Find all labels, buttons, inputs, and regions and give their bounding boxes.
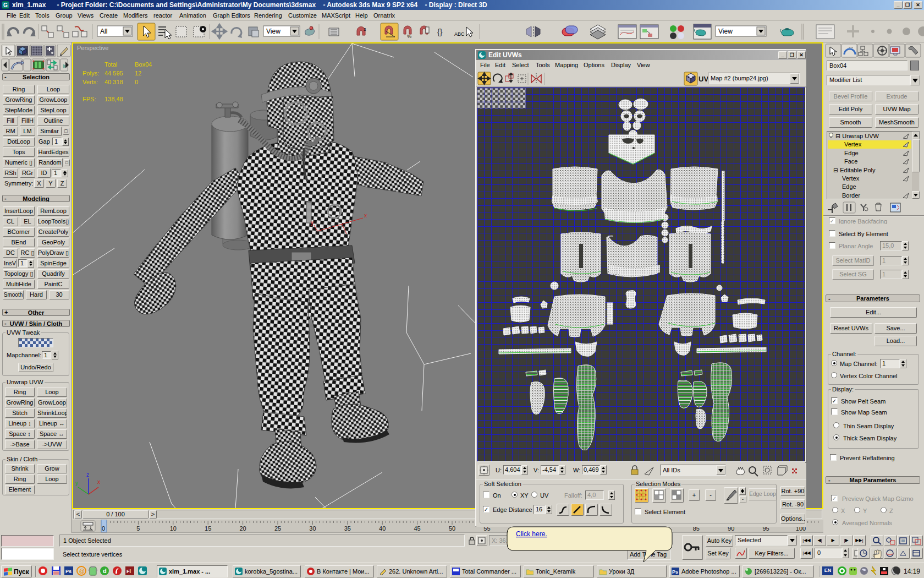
svg-text:Fl: Fl (127, 569, 131, 574)
svg-text:Ps: Ps (65, 569, 72, 574)
svg-text:View: View (718, 28, 733, 35)
svg-text:Total: Total (105, 61, 117, 68)
svg-text:z: z (86, 472, 89, 478)
svg-text:44 595: 44 595 (105, 70, 123, 77)
svg-text:Click here.: Click here. (516, 530, 547, 538)
svg-text:20: 20 (239, 525, 246, 532)
svg-text:{}: {} (437, 28, 443, 36)
svg-text:Perspective: Perspective (77, 45, 108, 51)
svg-text:Ps: Ps (672, 569, 678, 575)
svg-text:40: 40 (379, 525, 386, 532)
svg-text:y: y (311, 220, 314, 226)
svg-text:ABC: ABC (454, 31, 465, 37)
svg-text:@: @ (79, 568, 85, 574)
svg-text:Box04: Box04 (135, 61, 152, 68)
svg-text:UV: UV (698, 75, 708, 83)
svg-text:View: View (266, 28, 280, 35)
svg-text:Polys:: Polys: (82, 70, 99, 77)
svg-text:30: 30 (309, 525, 316, 532)
svg-text:138,48: 138,48 (105, 96, 123, 102)
svg-text:%: % (407, 34, 411, 39)
svg-text:15: 15 (205, 525, 211, 532)
svg-text:50: 50 (449, 525, 455, 532)
svg-text:All: All (100, 28, 107, 35)
svg-text:Verts:: Verts: (82, 79, 98, 85)
svg-text:x: x (364, 212, 367, 219)
svg-text:10: 10 (170, 525, 177, 532)
svg-text:12: 12 (135, 70, 141, 77)
svg-text:FPS:: FPS: (82, 96, 96, 102)
svg-text:40 318: 40 318 (105, 79, 123, 85)
svg-text:25: 25 (274, 525, 281, 532)
svg-text:y: y (75, 480, 78, 486)
svg-text:x: x (97, 479, 100, 485)
svg-text:5: 5 (136, 525, 140, 532)
svg-text:0: 0 (102, 525, 105, 532)
svg-text:35: 35 (344, 525, 351, 532)
svg-text:0: 0 (135, 79, 138, 85)
svg-text:45: 45 (414, 525, 420, 532)
svg-text:3: 3 (364, 27, 366, 32)
svg-text:d: d (103, 568, 107, 574)
